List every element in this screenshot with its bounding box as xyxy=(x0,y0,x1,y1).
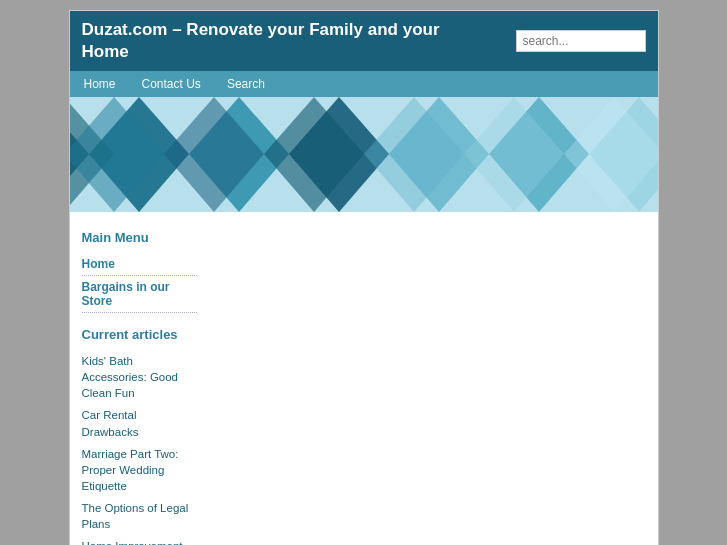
article-link-0[interactable]: Kids' Bath Accessories: Good Clean Fun xyxy=(82,350,197,404)
banner xyxy=(70,97,658,212)
sidebar: Main Menu Home Bargains in our Store Cur… xyxy=(70,222,205,545)
nav-home[interactable]: Home xyxy=(80,75,120,93)
article-link-1[interactable]: Car Rental Drawbacks xyxy=(82,404,197,442)
current-articles-title: Current articles xyxy=(82,327,197,342)
nav-search[interactable]: Search xyxy=(223,75,269,93)
sidebar-item-home[interactable]: Home xyxy=(82,253,197,276)
main-nav: Home Contact Us Search xyxy=(70,71,658,97)
article-link-2[interactable]: Marriage Part Two: Proper Wedding Etique… xyxy=(82,443,197,497)
banner-graphic xyxy=(70,97,658,212)
current-articles-section: Current articles Kids' Bath Accessories:… xyxy=(82,327,197,545)
nav-contact[interactable]: Contact Us xyxy=(138,75,205,93)
site-title: Duzat.com – Renovate your Family and you… xyxy=(82,19,462,63)
article-link-3[interactable]: The Options of Legal Plans xyxy=(82,497,197,535)
site-header: Duzat.com – Renovate your Family and you… xyxy=(70,11,658,71)
article-link-4[interactable]: Home Improvement Company: Tips Before Hi… xyxy=(82,535,197,545)
content-area: Main Menu Home Bargains in our Store Cur… xyxy=(70,212,658,545)
main-menu-title: Main Menu xyxy=(82,230,197,245)
page-wrapper: Duzat.com – Renovate your Family and you… xyxy=(69,10,659,545)
main-content xyxy=(205,222,658,545)
sidebar-item-bargains[interactable]: Bargains in our Store xyxy=(82,276,197,313)
search-input[interactable] xyxy=(516,30,646,52)
